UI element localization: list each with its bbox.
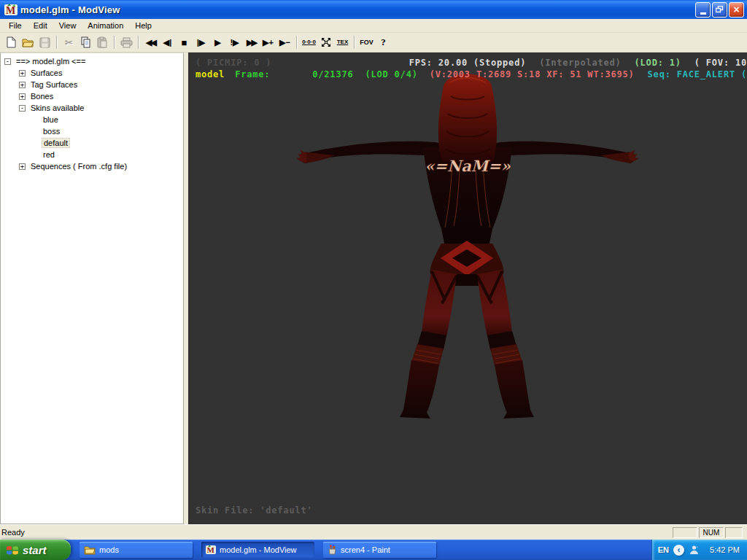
reset-view-button[interactable] xyxy=(317,34,334,50)
model-viewport[interactable]: «=NaM=» ( PICMIP: 0 ) FPS: 20.00 (Stoppe… xyxy=(188,52,747,524)
menu-animation[interactable]: Animation xyxy=(82,20,129,31)
app-icon: M xyxy=(4,3,18,16)
taskbar-button-modview[interactable]: M model.glm - ModView xyxy=(201,542,314,558)
fast-forward-button[interactable]: ▶▶ xyxy=(243,34,260,50)
tree-item-skins-available[interactable]: - Skins available xyxy=(1,102,183,114)
save-button[interactable] xyxy=(36,34,53,50)
restore-icon xyxy=(716,6,724,13)
hud-interpolated: (Interpolated) xyxy=(539,58,621,68)
help-button[interactable]: ? xyxy=(375,34,392,50)
tree-item-sequences[interactable]: + Sequences ( From .cfg file) xyxy=(1,160,183,172)
hud-sequence: Seq: FACE_ALERT ( xyxy=(648,69,747,79)
tree-item-label: Surfaces xyxy=(29,69,63,77)
language-indicator[interactable]: EN xyxy=(658,545,669,554)
taskbar-button-paint[interactable]: scren4 - Paint xyxy=(323,542,436,558)
taskbar-button-mods[interactable]: mods xyxy=(80,542,193,558)
menu-file[interactable]: File xyxy=(3,20,28,31)
speed-up-button[interactable]: ▶+ xyxy=(260,34,276,50)
tree-item-label-selected: default xyxy=(42,138,70,148)
restore-button[interactable] xyxy=(712,2,727,18)
system-tray: EN ‹ 5:42 PM xyxy=(651,540,747,560)
play-icon: ▶ xyxy=(214,39,220,47)
tree-item-surfaces[interactable]: + Surfaces xyxy=(1,67,183,79)
tree-item-bones[interactable]: + Bones xyxy=(1,90,183,102)
minimize-icon xyxy=(700,12,706,15)
texture-button[interactable]: TEX xyxy=(334,34,351,50)
new-file-icon xyxy=(6,36,17,48)
hud-line-2: model Frame: 0/21376 (LOD 0/4) (V:2003 T… xyxy=(196,69,747,79)
taskbar-button-label: mods xyxy=(99,545,119,554)
open-button[interactable] xyxy=(20,34,36,50)
frame-numbers-button[interactable]: 0·0·0 xyxy=(301,34,317,50)
pan-arrows-icon xyxy=(320,36,332,48)
cut-scissors-icon: ✂ xyxy=(65,38,73,47)
speed-down-button[interactable]: ▶− xyxy=(276,34,293,50)
toolbar: ✂ ◀◀ ◀| ■ |▶ ▶ xyxy=(0,33,747,52)
status-message: Ready xyxy=(1,528,25,537)
play-from-start-button[interactable]: !▶ xyxy=(226,34,243,50)
new-button[interactable] xyxy=(3,34,20,50)
fov-button[interactable]: FOV xyxy=(358,34,375,50)
step-forward-button[interactable]: |▶ xyxy=(193,34,209,50)
expand-icon[interactable]: + xyxy=(19,82,26,88)
start-button[interactable]: start xyxy=(0,540,71,560)
paste-clipboard-icon xyxy=(97,36,108,48)
tree-item-skin-boss[interactable]: boss xyxy=(1,125,183,137)
hud-picmip: ( PICMIP: 0 ) xyxy=(196,58,271,68)
stop-icon: ■ xyxy=(182,38,187,47)
fov-icon: FOV xyxy=(360,39,374,46)
collapse-icon[interactable]: - xyxy=(4,58,11,65)
start-button-label: start xyxy=(23,544,47,556)
cut-button[interactable]: ✂ xyxy=(61,34,77,50)
windows-logo-icon xyxy=(6,544,19,556)
toolbar-separator xyxy=(138,36,139,49)
stop-button[interactable]: ■ xyxy=(176,34,193,50)
modview-window: M model.glm - ModView × File Edit View A… xyxy=(0,0,747,560)
modview-icon: M xyxy=(206,545,216,555)
menu-edit[interactable]: Edit xyxy=(28,20,53,31)
speed-down-icon: ▶− xyxy=(279,39,290,47)
window-title: model.glm - ModView xyxy=(20,4,120,15)
play-button[interactable]: ▶ xyxy=(209,34,226,50)
print-button[interactable] xyxy=(118,34,135,50)
hud-lod: (LOD: 1) xyxy=(635,58,681,68)
tree-item-skin-default[interactable]: default xyxy=(1,137,183,149)
model-tree-panel: - ==> model.glm <== + Surfaces + Tag Sur… xyxy=(0,52,184,524)
paste-button[interactable] xyxy=(94,34,111,50)
close-button[interactable]: × xyxy=(729,2,744,18)
step-back-icon: ◀| xyxy=(163,39,172,47)
tree-item-skin-blue[interactable]: blue xyxy=(1,114,183,125)
save-disk-icon xyxy=(39,37,50,48)
svg-text:M: M xyxy=(6,5,15,16)
expand-icon[interactable]: + xyxy=(19,163,26,170)
tree-item-skin-red[interactable]: red xyxy=(1,149,183,160)
tree-item-root[interactable]: - ==> model.glm <== xyxy=(1,55,183,67)
collapse-icon[interactable]: - xyxy=(19,105,26,112)
model-3d-render: «=NaM=» xyxy=(188,52,747,524)
tree-item-label: boss xyxy=(42,127,61,136)
toolbar-separator xyxy=(354,36,355,49)
status-cell-empty xyxy=(673,527,697,538)
expand-icon[interactable]: + xyxy=(19,93,26,100)
play-from-start-icon: !▶ xyxy=(230,39,239,47)
title-bar[interactable]: M model.glm - ModView × xyxy=(0,0,747,19)
messenger-person-icon[interactable] xyxy=(689,545,700,556)
taskbar: start mods M model.glm - ModView xyxy=(0,540,747,560)
paint-icon xyxy=(328,545,337,555)
toolbar-separator xyxy=(114,36,115,49)
expand-icon[interactable]: + xyxy=(19,70,26,77)
menu-help[interactable]: Help xyxy=(129,20,158,31)
hud-lod-count: (LOD 0/4) xyxy=(365,69,417,79)
minimize-button[interactable] xyxy=(695,2,711,18)
taskbar-button-label: model.glm - ModView xyxy=(220,545,297,554)
copy-icon xyxy=(80,36,91,48)
rewind-start-button[interactable]: ◀◀ xyxy=(142,34,159,50)
copy-button[interactable] xyxy=(77,34,94,50)
menu-view[interactable]: View xyxy=(53,20,82,31)
tree-item-tag-surfaces[interactable]: + Tag Surfaces xyxy=(1,79,183,90)
step-back-button[interactable]: ◀| xyxy=(159,34,176,50)
rewind-icon: ◀◀ xyxy=(146,39,155,47)
folder-icon xyxy=(84,545,96,555)
status-bar: Ready NUM xyxy=(0,524,747,540)
tray-collapse-chevron-icon[interactable]: ‹ xyxy=(673,545,684,556)
